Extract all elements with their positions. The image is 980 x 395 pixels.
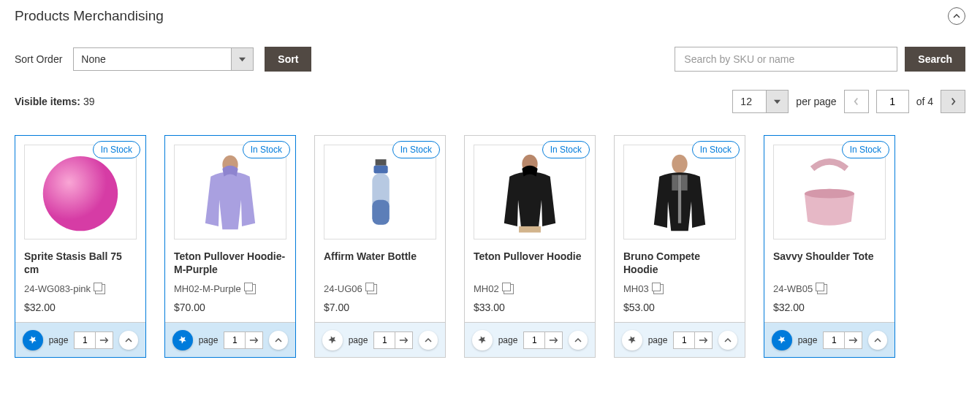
stock-badge: In Stock (392, 141, 440, 158)
product-image: In Stock (324, 145, 436, 239)
stock-badge: In Stock (243, 141, 290, 158)
product-price: $7.00 (324, 302, 436, 313)
pin-button[interactable] (23, 330, 43, 350)
move-to-top-button[interactable] (419, 331, 438, 350)
chevron-down-icon (766, 91, 788, 112)
pin-icon (777, 335, 786, 345)
current-page-input[interactable] (876, 90, 909, 113)
copy-icon[interactable] (367, 284, 377, 294)
per-page-select[interactable]: 12 (732, 90, 789, 113)
arrow-right-icon (399, 337, 409, 344)
copy-icon[interactable] (653, 284, 664, 294)
card-page-go-button[interactable] (395, 332, 412, 348)
pin-button[interactable] (472, 330, 493, 350)
card-page-label: page (798, 335, 818, 345)
visible-items-label: Visible items: (15, 96, 80, 107)
card-page-input[interactable] (374, 332, 395, 348)
move-to-top-button[interactable] (269, 331, 288, 350)
chevron-up-icon (275, 337, 282, 344)
svg-rect-3 (373, 166, 387, 174)
card-page-go-button[interactable] (544, 332, 562, 348)
move-to-top-button[interactable] (569, 331, 588, 350)
pin-button[interactable] (622, 330, 642, 350)
product-image: In Stock (474, 145, 586, 239)
move-to-top-button[interactable] (868, 331, 887, 350)
product-card[interactable]: In Stock Savvy Shoulder Tote 24-WB05 $32… (764, 135, 895, 358)
sort-order-label: Sort Order (15, 53, 62, 65)
pin-icon (28, 335, 37, 345)
move-to-top-button[interactable] (119, 331, 138, 350)
chevron-up-icon (953, 12, 960, 20)
arrow-right-icon (848, 337, 859, 344)
svg-rect-11 (681, 175, 688, 191)
svg-rect-9 (678, 175, 681, 223)
page-title: Products Merchandising (15, 8, 164, 24)
svg-rect-2 (376, 159, 387, 166)
card-page-input[interactable] (824, 332, 844, 348)
pin-icon (477, 335, 487, 345)
copy-icon[interactable] (504, 284, 514, 294)
card-page-go-button[interactable] (694, 332, 712, 348)
card-page-label: page (498, 335, 518, 345)
product-card[interactable]: In Stock Sprite Stasis Ball 75 cm 24-WG0… (15, 135, 146, 358)
product-name: Bruno Compete Hoodie (623, 250, 736, 276)
copy-icon[interactable] (95, 284, 105, 294)
card-page-input[interactable] (224, 332, 245, 348)
pin-icon (327, 335, 337, 345)
search-button[interactable]: Search (905, 47, 965, 72)
svg-point-12 (805, 189, 854, 199)
product-card[interactable]: In Stock Teton Pullover Hoodie MH02 $33.… (464, 135, 596, 358)
next-page-button[interactable] (941, 90, 965, 113)
card-page-label: page (648, 335, 668, 345)
card-page-label: page (49, 335, 69, 345)
collapse-section-button[interactable] (948, 7, 965, 25)
card-page-label: page (199, 335, 219, 345)
pin-button[interactable] (772, 330, 792, 350)
pin-button[interactable] (172, 330, 193, 350)
product-card[interactable]: In Stock Teton Pullover Hoodie-M-Purple … (164, 135, 296, 358)
stock-badge: In Stock (692, 141, 740, 158)
product-card[interactable]: In Stock Bruno Compete Hoodie MH03 $53.0… (614, 135, 745, 358)
per-page-value: 12 (733, 91, 766, 112)
svg-point-8 (672, 155, 687, 174)
product-name: Sprite Stasis Ball 75 cm (24, 250, 137, 276)
product-price: $70.00 (174, 302, 286, 313)
card-page-input[interactable] (674, 332, 694, 348)
card-page-go-button[interactable] (844, 332, 862, 348)
product-card[interactable]: In Stock Affirm Water Bottle 24-UG06 $7.… (314, 135, 446, 358)
sort-button[interactable]: Sort (265, 47, 311, 72)
product-image: In Stock (773, 145, 886, 239)
product-name: Teton Pullover Hoodie (474, 250, 586, 276)
pin-icon (627, 335, 637, 345)
pin-button[interactable] (322, 330, 343, 350)
stock-badge: In Stock (542, 141, 590, 158)
svg-point-0 (43, 156, 118, 231)
search-input[interactable] (675, 47, 897, 72)
product-name: Savvy Shoulder Tote (773, 250, 886, 276)
arrow-right-icon (699, 337, 709, 344)
product-name: Affirm Water Bottle (324, 250, 436, 276)
visible-items-count: 39 (83, 96, 95, 107)
sort-order-select[interactable]: None (73, 47, 254, 71)
card-page-input[interactable] (75, 332, 95, 348)
copy-icon[interactable] (246, 284, 256, 294)
arrow-right-icon (99, 337, 110, 344)
product-sku: MH02 (474, 283, 499, 294)
chevron-down-icon (231, 48, 253, 70)
prev-page-button[interactable] (844, 90, 869, 113)
card-page-go-button[interactable] (95, 332, 113, 348)
product-name: Teton Pullover Hoodie-M-Purple (174, 250, 286, 276)
copy-icon[interactable] (817, 284, 827, 294)
chevron-right-icon (950, 96, 957, 107)
move-to-top-button[interactable] (718, 331, 737, 350)
product-image: In Stock (174, 145, 286, 239)
card-page-go-button[interactable] (245, 332, 262, 348)
chevron-up-icon (574, 337, 582, 344)
product-sku: 24-WG083-pink (24, 283, 91, 294)
stock-badge: In Stock (842, 141, 889, 158)
arrow-right-icon (549, 337, 559, 344)
card-page-input[interactable] (524, 332, 544, 348)
product-sku: 24-WB05 (773, 283, 813, 294)
product-image: In Stock (623, 145, 736, 239)
stock-badge: In Stock (93, 141, 140, 158)
